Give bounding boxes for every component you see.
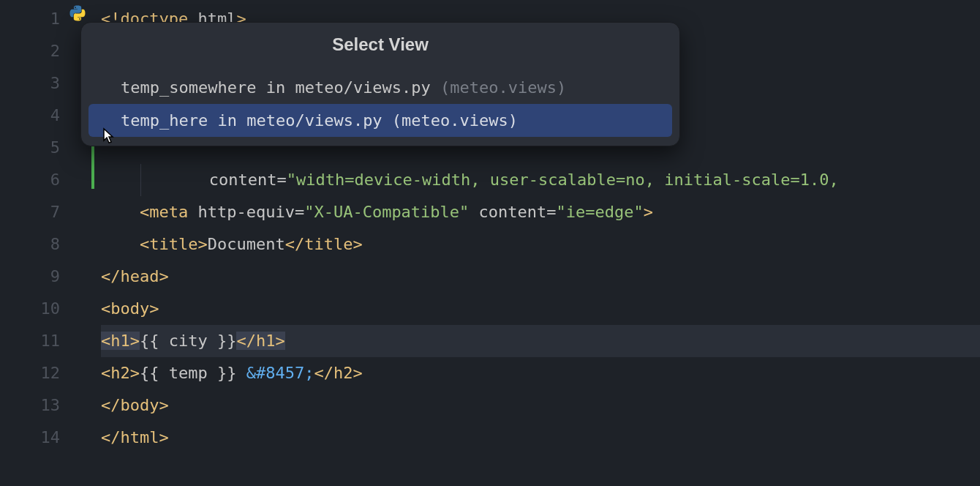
popup-option[interactable]: temp_somewhere in meteo/views.py (meteo.… [88, 71, 672, 104]
select-view-popup: Select View temp_somewhere in meteo/view… [80, 22, 680, 146]
line-number: 1 [0, 3, 73, 35]
line-number: 3 [0, 67, 73, 100]
code-line[interactable]: </html> [101, 422, 980, 454]
python-icon [69, 4, 86, 22]
code-line[interactable]: <meta http-equiv="X-UA-Compatible" conte… [101, 196, 980, 228]
code-line[interactable]: </head> [101, 261, 980, 293]
line-number: 13 [0, 389, 73, 422]
line-number: 10 [0, 293, 73, 325]
line-number: 5 [0, 132, 73, 164]
code-line[interactable]: <h1>{{ city }}</h1> [101, 325, 980, 357]
code-line[interactable]: <title>Document</title> [101, 228, 980, 261]
popup-option-list: temp_somewhere in meteo/views.py (meteo.… [81, 71, 679, 137]
popup-option[interactable]: temp_here in meteo/views.py (meteo.views… [88, 104, 672, 137]
code-line[interactable]: </body> [101, 389, 980, 422]
line-number: 4 [0, 100, 73, 132]
line-number: 12 [0, 357, 73, 389]
line-number: 11 [0, 325, 73, 357]
line-number: 2 [0, 35, 73, 67]
code-line[interactable]: <body> [101, 293, 980, 325]
line-number: 7 [0, 196, 73, 228]
pointer-cursor-icon [98, 126, 118, 146]
line-number: 6 [0, 164, 73, 196]
code-line[interactable]: content="width=device-width, user-scalab… [101, 164, 980, 196]
popup-title: Select View [81, 23, 679, 71]
line-number: 9 [0, 261, 73, 293]
line-number: 8 [0, 228, 73, 261]
code-line[interactable]: <h2>{{ temp }} &#8457;</h2> [101, 357, 980, 389]
line-number: 14 [0, 422, 73, 454]
line-number-gutter: 1 2 3 4 5 6 7 8 9 10 11 12 13 14 [0, 0, 73, 486]
